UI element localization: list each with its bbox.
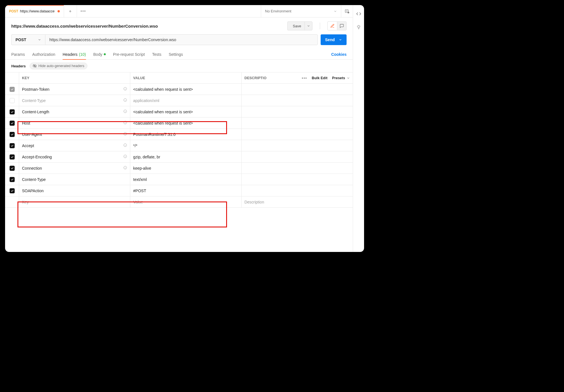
value-input[interactable]: Value [130, 196, 241, 208]
header-value-cell[interactable]: gzip, deflate, br [130, 151, 241, 163]
header-key-cell[interactable]: Content-Type [19, 95, 130, 106]
header-description-cell[interactable] [242, 140, 353, 151]
code-sidebar-button[interactable] [356, 11, 361, 17]
chevron-down-icon [38, 38, 41, 41]
info-icon[interactable] [123, 154, 127, 159]
col-description[interactable]: DESCRIPTIO [244, 76, 266, 80]
header-key-cell[interactable]: Host [19, 118, 130, 129]
header-description-cell[interactable] [242, 174, 353, 185]
header-checkbox[interactable] [10, 109, 15, 114]
send-button[interactable]: Send [321, 34, 347, 45]
tab-authorization[interactable]: Authorization [32, 49, 55, 59]
tab-tests[interactable]: Tests [152, 49, 162, 59]
info-icon[interactable] [123, 98, 127, 103]
header-description-cell[interactable] [242, 106, 353, 118]
headers-table: KEY VALUE DESCRIPTIO ••• Bulk Edit Prese… [5, 72, 353, 208]
header-key-cell[interactable]: Accept-Encoding [19, 151, 130, 163]
header-checkbox[interactable] [10, 87, 15, 92]
header-checkbox[interactable] [10, 132, 15, 137]
header-key-cell[interactable]: Accept [19, 140, 130, 151]
header-key-cell[interactable]: Postman-Token [19, 84, 130, 95]
header-checkbox[interactable] [10, 188, 15, 193]
tab-overflow-button[interactable]: ••• [77, 5, 90, 17]
environment-quicklook-button[interactable] [341, 5, 353, 17]
modified-dot-icon [58, 10, 60, 12]
tab-prerequest[interactable]: Pre-request Script [113, 49, 145, 59]
table-row: Connection keep-alive [5, 163, 353, 174]
col-key[interactable]: KEY [19, 72, 130, 84]
info-icon[interactable] [123, 121, 127, 125]
headers-count: (10) [79, 52, 86, 57]
header-key-cell[interactable]: Content-Type [19, 174, 130, 185]
headers-label: Headers [11, 64, 26, 68]
info-icon[interactable] [123, 109, 127, 114]
header-key-cell[interactable]: User-Agent [19, 129, 130, 140]
header-checkbox[interactable] [10, 143, 15, 148]
table-row: Content-Type application/xml [5, 95, 353, 106]
description-input[interactable]: Description [242, 196, 353, 208]
header-description-cell[interactable] [242, 163, 353, 174]
col-value[interactable]: VALUE [130, 72, 241, 84]
bulk-edit-button[interactable]: Bulk Edit [312, 76, 327, 80]
header-checkbox[interactable] [10, 177, 15, 182]
header-description-cell[interactable] [242, 84, 353, 95]
header-key-cell[interactable]: Connection [19, 163, 130, 174]
info-icon[interactable] [123, 143, 127, 148]
svg-point-2 [348, 12, 349, 13]
headers-strip: Headers Hide auto-generated headers [5, 60, 353, 72]
presets-button[interactable]: Presets [332, 76, 350, 80]
info-icon[interactable] [123, 166, 127, 170]
tab-settings[interactable]: Settings [169, 49, 183, 59]
url-input[interactable]: https://www.dataaccess.com/webservicesse… [45, 34, 318, 45]
header-checkbox[interactable] [10, 166, 15, 171]
tab-headers[interactable]: Headers(10) [63, 49, 86, 59]
info-icon[interactable] [123, 87, 127, 92]
new-tab-button[interactable] [64, 5, 77, 17]
cookies-link[interactable]: Cookies [331, 52, 347, 57]
header-value: keep-alive [133, 166, 151, 170]
comment-mode-button[interactable] [337, 21, 347, 30]
request-title[interactable]: https://www.dataaccess.com/webservicesse… [11, 24, 283, 28]
header-description-cell[interactable] [242, 151, 353, 163]
header-value-cell[interactable]: PostmanRuntime/7.31.0 [130, 129, 241, 140]
header-value: <calculated when request is sent> [133, 110, 193, 114]
header-description-cell[interactable] [242, 185, 353, 196]
header-value-cell[interactable]: <calculated when request is sent> [130, 84, 241, 95]
tab-body[interactable]: Body [93, 49, 106, 59]
header-value-cell[interactable]: <calculated when request is sent> [130, 106, 241, 118]
method-value: POST [16, 37, 26, 42]
save-dropdown-button[interactable] [305, 21, 312, 30]
header-checkbox[interactable] [10, 154, 15, 160]
new-header-row[interactable]: Key Value Description [5, 196, 353, 208]
environment-selector[interactable]: No Environment [261, 5, 341, 17]
header-description-cell[interactable] [242, 129, 353, 140]
header-key-cell[interactable]: SOAPAction [19, 185, 130, 196]
edit-mode-button[interactable] [327, 21, 337, 30]
save-button-group: Save [287, 21, 312, 30]
header-value-cell[interactable]: text/xml [130, 174, 241, 185]
header-value-cell[interactable]: keep-alive [130, 163, 241, 174]
hide-auto-headers-button[interactable]: Hide auto-generated headers [30, 63, 87, 69]
table-row: Accept-Encoding gzip, deflate, br [5, 151, 353, 163]
columns-menu-button[interactable]: ••• [302, 76, 307, 80]
method-selector[interactable]: POST [11, 34, 45, 45]
save-button[interactable]: Save [287, 21, 305, 30]
table-row: User-Agent PostmanRuntime/7.31.0 [5, 129, 353, 140]
header-checkbox[interactable] [10, 121, 15, 126]
header-description-cell[interactable] [242, 118, 353, 129]
header-key: SOAPAction [22, 189, 127, 193]
header-value-cell[interactable]: <calculated when request is sent> [130, 118, 241, 129]
header-checkbox[interactable] [10, 98, 15, 103]
header-description-cell[interactable] [242, 95, 353, 106]
header-value-cell[interactable]: #POST [130, 185, 241, 196]
info-sidebar-button[interactable] [356, 25, 361, 30]
header-value-cell[interactable]: */* [130, 140, 241, 151]
header-value: <calculated when request is sent> [133, 121, 193, 125]
info-icon[interactable] [123, 132, 127, 137]
request-tab[interactable]: POST https://www.dataacce [5, 5, 64, 17]
tab-params[interactable]: Params [11, 49, 25, 59]
header-key-cell[interactable]: Content-Length [19, 106, 130, 118]
header-value-cell[interactable]: application/xml [130, 95, 241, 106]
request-row: POST https://www.dataaccess.com/webservi… [5, 33, 353, 49]
key-input[interactable]: Key [19, 196, 130, 208]
